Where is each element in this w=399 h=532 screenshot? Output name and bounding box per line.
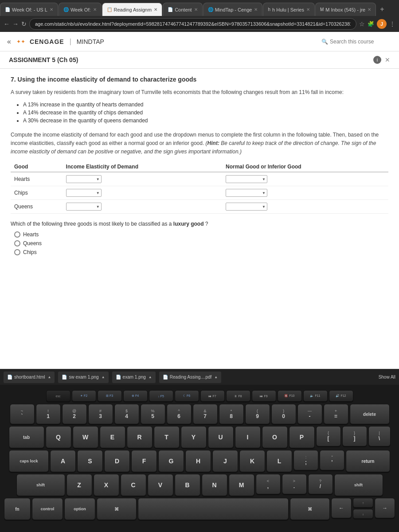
key-backtick[interactable]: ~` <box>10 404 35 424</box>
key-b[interactable]: B <box>175 474 200 496</box>
key-bracket-close[interactable]: }] <box>342 426 367 446</box>
chips-type-select[interactable]: Normal Good Inferior Good <box>226 189 267 197</box>
radio-chips[interactable] <box>14 249 20 255</box>
key-u[interactable]: U <box>208 426 234 448</box>
profile-button[interactable]: J <box>377 19 387 29</box>
key-w[interactable]: W <box>73 426 98 448</box>
close-tab-3[interactable]: ✕ <box>154 7 157 12</box>
key-f11[interactable]: 🔈 F11 <box>303 390 328 402</box>
close-tab-7[interactable]: ✕ <box>368 7 371 12</box>
radio-item-queens[interactable]: Queens <box>14 240 388 246</box>
key-j[interactable]: J <box>212 450 238 472</box>
key-l[interactable]: L <box>266 450 292 472</box>
key-quote[interactable]: "' <box>320 450 344 470</box>
key-capslock[interactable]: caps lock <box>9 450 49 472</box>
extensions-icon[interactable]: 🧩 <box>368 21 374 27</box>
close-tab-4[interactable]: ✕ <box>194 7 198 12</box>
key-fn[interactable]: fn <box>4 498 31 520</box>
key-f[interactable]: F <box>131 450 157 472</box>
radio-item-chips[interactable]: Chips <box>14 249 388 255</box>
key-f2[interactable]: ✴ F2 <box>72 390 96 402</box>
key-z[interactable]: Z <box>66 474 92 496</box>
key-comma[interactable]: <, <box>256 474 281 494</box>
key-return[interactable]: return <box>346 450 390 472</box>
key-0[interactable]: )0 <box>271 404 296 424</box>
key-bracket-open[interactable]: {[ <box>316 426 341 446</box>
key-delete[interactable]: delete <box>350 404 390 424</box>
key-tab[interactable]: tab <box>9 426 44 448</box>
key-p[interactable]: P <box>289 426 315 448</box>
bookmark-icon[interactable]: ☆ <box>359 20 365 27</box>
radio-queens[interactable] <box>14 240 20 246</box>
queens-type-select[interactable]: Normal Good Inferior Good <box>226 203 267 211</box>
tab-week-of-us[interactable]: 📄 Week Of: - US L ✕ <box>0 3 58 16</box>
address-input[interactable] <box>29 18 356 30</box>
key-shift-right[interactable]: shift <box>334 474 383 496</box>
add-tab-button[interactable]: + <box>376 5 387 13</box>
key-f12[interactable]: 🔊 F12 <box>329 390 353 402</box>
key-f6[interactable]: ☾ F6 <box>175 390 199 402</box>
key-command-right[interactable]: ⌘ <box>290 498 330 520</box>
collapse-sidebar-button[interactable]: « <box>7 38 11 46</box>
key-v[interactable]: V <box>148 474 173 496</box>
key-8[interactable]: *8 <box>219 404 244 424</box>
key-f10[interactable]: 🔇 F10 <box>278 390 302 402</box>
key-h[interactable]: H <box>185 450 211 472</box>
key-period[interactable]: >. <box>282 474 307 494</box>
key-4[interactable]: $4 <box>114 404 139 424</box>
key-f4[interactable]: ⊕ F4 <box>123 390 148 402</box>
key-5[interactable]: %5 <box>141 404 165 424</box>
tab-inbox[interactable]: M M Inbox (545) - jre ✕ <box>315 3 376 16</box>
hearts-elasticity-select[interactable]: -1.18 1.18 -1.27 1.27 <box>66 175 102 183</box>
tab-mindtap[interactable]: 🌐 MindTap - Cenge ✕ <box>203 3 263 16</box>
key-y[interactable]: Y <box>181 426 207 448</box>
back-button[interactable]: ← <box>4 20 10 27</box>
radio-hearts[interactable] <box>14 231 20 238</box>
key-arrow-down[interactable]: ↓ <box>353 509 373 519</box>
key-i[interactable]: I <box>235 426 261 448</box>
key-3[interactable]: #3 <box>88 404 113 424</box>
show-all-button[interactable]: Show All <box>379 375 395 379</box>
key-equal[interactable]: += <box>324 404 348 424</box>
key-f9[interactable]: ⏭ F9 <box>252 390 276 402</box>
close-window-icon[interactable]: ✕ <box>385 56 390 63</box>
key-command-left[interactable]: ⌘ <box>97 498 137 520</box>
key-space[interactable] <box>138 498 289 520</box>
key-f5[interactable]: ↓ F5 <box>149 390 173 402</box>
key-n[interactable]: N <box>202 474 227 496</box>
key-g[interactable]: G <box>158 450 184 472</box>
close-tab-6[interactable]: ✕ <box>306 7 310 12</box>
key-f3[interactable]: ⊞ F3 <box>98 390 122 402</box>
taskbar-item-reading[interactable]: 📄 Reading Assing....pdf ▲ <box>159 372 221 383</box>
forward-button[interactable]: → <box>12 20 19 27</box>
key-t[interactable]: T <box>154 426 180 448</box>
key-f7[interactable]: ⏮ F7 <box>200 390 225 402</box>
key-m[interactable]: M <box>229 474 254 496</box>
taskbar-item-shortboard[interactable]: 📄 shortboard.html ▲ <box>4 372 55 383</box>
key-x[interactable]: X <box>94 474 119 496</box>
key-s[interactable]: S <box>77 450 103 472</box>
key-control[interactable]: control <box>32 498 63 520</box>
key-a[interactable]: A <box>50 450 76 472</box>
key-minus[interactable]: —- <box>297 404 322 424</box>
key-1[interactable]: !1 <box>36 404 61 424</box>
key-arrow-up[interactable]: ↑ <box>353 498 373 508</box>
search-input[interactable] <box>330 39 392 45</box>
key-r[interactable]: R <box>127 426 153 448</box>
key-option[interactable]: option <box>64 498 95 520</box>
key-2[interactable]: @2 <box>62 404 87 424</box>
refresh-button[interactable]: ↻ <box>21 20 27 27</box>
queens-elasticity-select[interactable]: 2.73 -2.73 1.27 <box>66 203 102 211</box>
key-d[interactable]: D <box>104 450 130 472</box>
key-6[interactable]: ^6 <box>167 404 192 424</box>
key-o[interactable]: O <box>262 426 288 448</box>
chips-elasticity-select[interactable]: -1.27 1.27 1.18 <box>66 189 102 197</box>
key-k[interactable]: K <box>239 450 265 472</box>
key-arrow-right[interactable]: → <box>375 498 395 518</box>
close-tab-2[interactable]: ✕ <box>93 7 97 12</box>
tab-content[interactable]: 📄 Content ✕ <box>163 3 203 16</box>
taskbar-item-exam[interactable]: 📄 exam 1.png ▲ <box>112 372 156 383</box>
key-c[interactable]: C <box>121 474 146 496</box>
taskbar-item-sw-exam[interactable]: 📄 sw exam 1.png ▲ <box>58 372 108 383</box>
tab-reading-assign[interactable]: 📋 Reading Assignm ✕ <box>102 3 163 16</box>
